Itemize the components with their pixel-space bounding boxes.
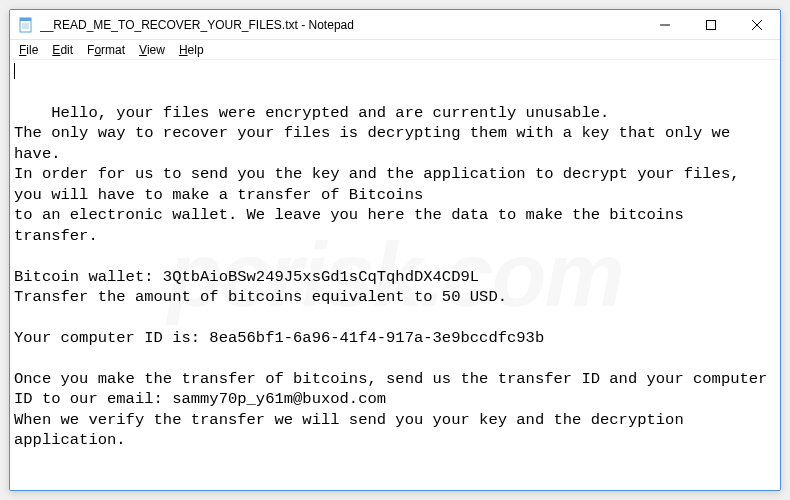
svg-rect-1 (20, 18, 31, 21)
document-text: Hello, your files were encrypted and are… (14, 104, 777, 449)
titlebar[interactable]: __READ_ME_TO_RECOVER_YOUR_FILES.txt - No… (10, 10, 780, 40)
minimize-button[interactable] (642, 10, 688, 40)
notepad-window: __READ_ME_TO_RECOVER_YOUR_FILES.txt - No… (9, 9, 781, 491)
menu-file[interactable]: File (12, 41, 45, 59)
notepad-icon (18, 17, 34, 33)
svg-rect-6 (707, 21, 716, 30)
menu-format[interactable]: Format (80, 41, 132, 59)
menu-help[interactable]: Help (172, 41, 211, 59)
maximize-button[interactable] (688, 10, 734, 40)
menu-view[interactable]: View (132, 41, 172, 59)
menu-edit[interactable]: Edit (45, 41, 80, 59)
text-cursor (14, 63, 15, 79)
text-area[interactable]: Hello, your files were encrypted and are… (10, 60, 780, 490)
window-controls (642, 10, 780, 39)
menubar: File Edit Format View Help (10, 40, 780, 60)
window-title: __READ_ME_TO_RECOVER_YOUR_FILES.txt - No… (40, 18, 642, 32)
close-button[interactable] (734, 10, 780, 40)
